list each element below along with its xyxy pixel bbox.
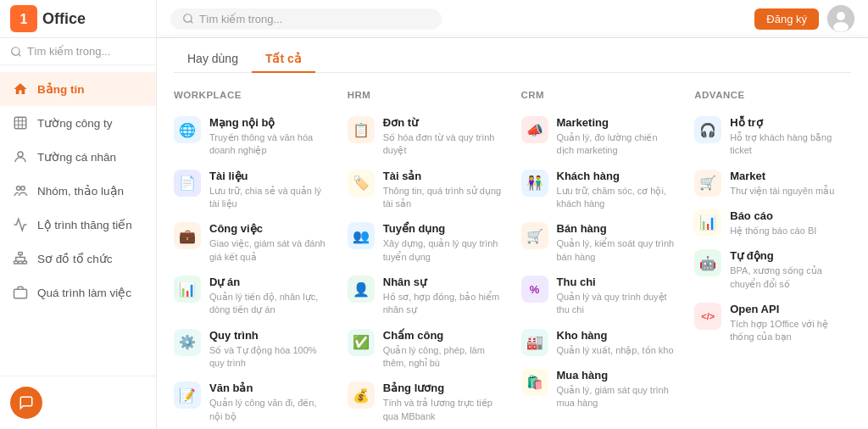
menu-name: Đơn từ (383, 116, 504, 131)
category-advance: ADVANCE 🎧 Hỗ trợ Hỗ trợ khách hàng bằng … (694, 90, 851, 429)
tai-lieu-icon: 📄 (174, 170, 201, 197)
sidebar-nav: Bảng tin Tường công ty Tường cá nhân Nhó… (0, 65, 156, 376)
svg-point-12 (184, 14, 192, 22)
list-item[interactable]: 👤 Nhân sự Hồ sơ, hợp đồng, bảo hiểm nhân… (348, 270, 504, 323)
svg-text:1: 1 (20, 12, 28, 26)
search-box[interactable]: Tìm kiếm trong... (170, 8, 442, 30)
menu-name: Mạng nội bộ (209, 116, 331, 131)
sidebar-item-nhom-thao-luan[interactable]: Nhóm, thảo luận (0, 174, 156, 208)
list-item[interactable]: </> Open API Tích hợp 1Office với hệ thố… (694, 297, 851, 350)
menu-desc: Tích hợp 1Office với hệ thống của bạn (730, 318, 851, 344)
user-icon (12, 148, 29, 165)
menu-desc: Quản lý tiến độ, nhân lực, dòng tiền dự … (209, 291, 331, 317)
list-item[interactable]: 👥 Tuyển dụng Xây dựng, quản lý quy trình… (348, 216, 504, 270)
menu-name: Hỗ trợ (730, 116, 851, 131)
list-item[interactable]: 🏷️ Tài sản Thông tin, quá trình sử dụng … (348, 164, 504, 217)
menu-name: Chấm công (383, 329, 504, 343)
nav-label-bang-tin: Bảng tin (37, 82, 85, 96)
svg-point-15 (833, 22, 849, 32)
svg-rect-3 (14, 117, 26, 129)
sidebar-item-qua-trinh[interactable]: Quá trình làm việc (0, 276, 156, 309)
list-item[interactable]: 🛒 Market Thư viện tài nguyên mẫu (694, 164, 851, 203)
list-item[interactable]: 📝 Văn bản Quản lý công văn đi, đến, nội … (174, 376, 331, 429)
nhan-su-icon: 👤 (348, 276, 375, 303)
list-item[interactable]: 🤖 Tự động BPA, xương sống của chuyển đổi… (694, 243, 851, 297)
sidebar-item-tuong-ca-nhan[interactable]: Tường cá nhân (0, 140, 156, 174)
topbar-right: Đăng ký (754, 5, 854, 32)
menu-name: Văn bản (209, 382, 331, 396)
dropdown-panel: Hay dùng Tất cả WORKPLACE 🌐 Mạng nội bộ … (157, 38, 868, 429)
menu-desc: Hồ sơ, hợp đồng, bảo hiểm nhân sự (383, 291, 504, 317)
nav-label-nhom: Nhóm, thảo luận (37, 184, 124, 198)
search-placeholder: Tìm kiếm trong... (27, 45, 110, 58)
ho-tro-icon: 🎧 (694, 116, 721, 143)
tab-hay-dung[interactable]: Hay dùng (174, 45, 252, 72)
van-ban-icon: 📝 (174, 382, 201, 409)
menu-desc: Quản lý, kiểm soát quy trình bán hàng (557, 237, 678, 264)
menu-name: Tài liệu (209, 170, 331, 184)
list-item[interactable]: 👫 Khách hàng Lưu trữ, chăm sóc, cơ hội, … (521, 164, 678, 217)
menu-desc: Hỗ trợ khách hàng bằng ticket (730, 131, 851, 158)
svg-point-6 (21, 187, 25, 191)
svg-point-14 (837, 12, 845, 20)
ban-hang-icon: 🛒 (521, 222, 548, 249)
sidebar-item-tuong-cong-ty[interactable]: Tường công ty (0, 106, 156, 140)
svg-rect-7 (19, 253, 23, 255)
list-item[interactable]: 💼 Công việc Giao việc, giám sát và đánh … (174, 216, 331, 270)
menu-desc: Quản lý và quy trình duyệt thu chi (557, 291, 678, 317)
menu-name: Khách hàng (557, 170, 678, 184)
menu-name: Báo cáo (730, 209, 816, 224)
menu-name: Thu chi (557, 276, 678, 290)
menu-name: Bảng lương (383, 382, 504, 396)
marketing-icon: 📣 (521, 116, 548, 143)
tabs: Hay dùng Tất cả (174, 38, 851, 73)
list-item[interactable]: 📊 Báo cáo Hệ thống báo cáo BI (694, 203, 851, 243)
group-icon (12, 182, 29, 199)
list-item[interactable]: 📄 Tài liệu Lưu trữ, chia sẻ và quản lý t… (174, 164, 331, 217)
list-item[interactable]: ⚙️ Quy trình Số và Tự động hóa 100% quy … (174, 323, 331, 376)
menu-desc: Truyền thông và văn hóa doanh nghiệp (209, 131, 331, 158)
chat-button[interactable] (10, 387, 42, 419)
list-item[interactable]: 💰 Bảng lương Tính và trả lương trực tiếp… (348, 376, 504, 429)
quy-trinh-icon: ⚙️ (174, 329, 201, 356)
menu-desc: Số và Tự động hóa 100% quy trình (209, 344, 331, 370)
menu-desc: Tính và trả lương trực tiếp qua MBbank (383, 397, 504, 423)
svg-rect-8 (14, 261, 19, 264)
list-item[interactable]: 🌐 Mạng nội bộ Truyền thông và văn hóa do… (174, 110, 331, 164)
sidebar-search[interactable]: Tìm kiếm trong... (0, 38, 156, 65)
sidebar: 1 Office Tìm kiếm trong... Bảng tin Tườn… (0, 0, 157, 429)
list-item[interactable]: 📋 Đơn từ Số hóa đơn từ và quy trình duyệ… (348, 110, 504, 164)
bao-cao-icon: 📊 (694, 209, 721, 237)
advance-title: ADVANCE (694, 90, 851, 100)
don-tu-icon: 📋 (348, 116, 375, 143)
work-icon (12, 284, 29, 301)
list-item[interactable]: 📊 Dự án Quản lý tiến độ, nhân lực, dòng … (174, 270, 331, 323)
list-item[interactable]: 🎧 Hỗ trợ Hỗ trợ khách hàng bằng ticket (694, 110, 851, 164)
list-item[interactable]: ✅ Chấm công Quản lý công, phép, làm thêm… (348, 323, 504, 376)
avatar (827, 5, 854, 32)
list-item[interactable]: 🏭 Kho hàng Quản lý xuất, nhập, tồn kho (521, 323, 678, 363)
menu-name: Mua hàng (557, 369, 678, 383)
nav-label-lo-trinh: Lộ trình thăng tiến (37, 218, 132, 231)
svg-point-5 (17, 187, 21, 191)
workplace-title: WORKPLACE (174, 90, 331, 100)
category-crm: CRM 📣 Marketing Quản lý, đo lường chiến … (521, 90, 678, 429)
list-item[interactable]: 📣 Marketing Quản lý, đo lường chiến dịch… (521, 110, 678, 164)
sidebar-item-bang-tin[interactable]: Bảng tin (0, 72, 156, 106)
crm-title: CRM (521, 90, 678, 100)
list-item[interactable]: 🛒 Bán hàng Quản lý, kiểm soát quy trình … (521, 216, 678, 270)
menu-desc: Lưu trữ, chia sẻ và quản lý tài liệu (209, 185, 331, 211)
building-icon (12, 114, 29, 131)
list-item[interactable]: % Thu chi Quản lý và quy trình duyệt thu… (521, 270, 678, 323)
sidebar-item-so-do[interactable]: Sơ đồ tổ chức (0, 242, 156, 276)
topbar: Tìm kiếm trong... Đăng ký (157, 0, 868, 38)
tab-tat-ca[interactable]: Tất cả (252, 45, 315, 72)
svg-rect-9 (19, 261, 23, 264)
menu-name: Quy trình (209, 329, 331, 343)
open-api-icon: </> (694, 303, 721, 330)
list-item[interactable]: 🛍️ Mua hàng Quản lý, giám sát quy trình … (521, 363, 678, 416)
menu-name: Marketing (557, 116, 678, 131)
search-icon (10, 46, 22, 58)
sidebar-item-lo-trinh[interactable]: Lộ trình thăng tiến (0, 208, 156, 242)
register-button[interactable]: Đăng ký (754, 8, 819, 30)
